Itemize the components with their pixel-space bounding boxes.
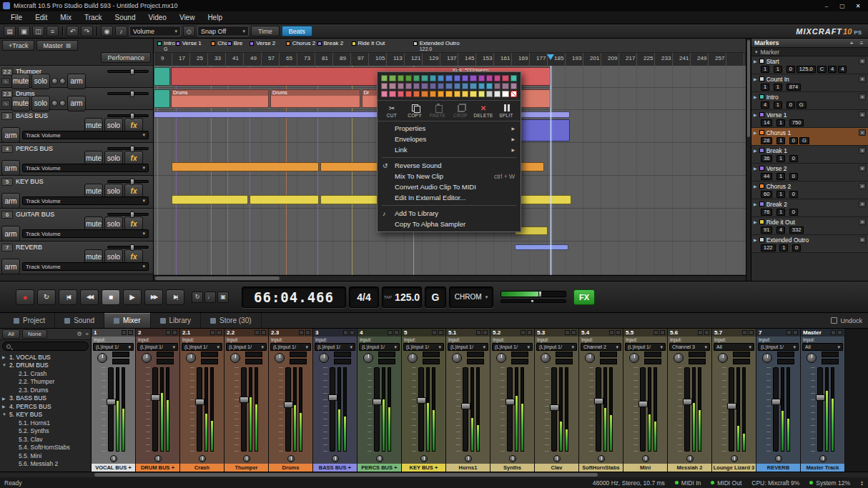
strip-menu-icon[interactable] bbox=[793, 330, 798, 335]
strip-fx-icon[interactable] bbox=[786, 330, 791, 335]
play-button[interactable]: ▶ bbox=[123, 289, 142, 305]
mixdown-icon[interactable]: ≡ bbox=[46, 26, 59, 36]
marker-row-chorus-2[interactable]: ▶Chorus 2✕60:1:0 bbox=[751, 181, 868, 199]
strip-input-select[interactable]: (L)Input 1/▾ bbox=[182, 343, 222, 351]
send-knob[interactable] bbox=[465, 455, 472, 462]
chevron-down-icon[interactable]: ▼ bbox=[2, 412, 7, 417]
strip-name[interactable]: Master Track bbox=[801, 464, 844, 472]
pan-knob[interactable] bbox=[807, 353, 817, 363]
strip-fx-icon[interactable] bbox=[432, 330, 437, 335]
tree-item-5-key-bus[interactable]: ▼5. KEY BUS bbox=[0, 411, 91, 419]
audio-settings-status[interactable]: 48000 Hz, Stereo, 10.7 ms bbox=[593, 479, 665, 487]
mixer-strip-bass-bus[interactable]: 3Input:(L)Input 1/▾BASS BUS+ bbox=[313, 329, 357, 472]
menu-sound[interactable]: Sound bbox=[109, 12, 142, 23]
strip-input-select[interactable]: (L)Input 1/▾ bbox=[448, 343, 488, 351]
color-swatch[interactable] bbox=[470, 75, 476, 81]
marker-delete-icon[interactable]: ✕ bbox=[859, 236, 866, 243]
marker-delete-icon[interactable]: ✕ bbox=[859, 94, 866, 100]
strip-input-select[interactable]: (L)Input 1/▾ bbox=[359, 343, 400, 351]
color-swatch[interactable] bbox=[389, 91, 395, 97]
mixer-strip-master-track[interactable]: MasterInput:All▾Master Track bbox=[801, 329, 845, 472]
pan-knob[interactable] bbox=[51, 100, 58, 106]
strip-menu-icon[interactable] bbox=[704, 330, 709, 335]
marker-row-start[interactable]: ▶Start✕1:1:0125.0C44 bbox=[751, 56, 868, 74]
color-swatch[interactable] bbox=[389, 75, 395, 81]
menu-view[interactable]: View bbox=[173, 12, 202, 23]
mixer-strip-drums[interactable]: 2.3Input:(L)Input 1/▾Drums bbox=[269, 329, 313, 472]
audio-clip[interactable]: Drums bbox=[270, 89, 360, 108]
strip-menu-icon[interactable] bbox=[172, 330, 177, 335]
pan-knob[interactable] bbox=[585, 353, 595, 363]
color-swatch[interactable] bbox=[421, 75, 428, 81]
color-swatch[interactable] bbox=[430, 83, 436, 89]
menu-video[interactable]: Video bbox=[142, 12, 172, 23]
tree-item-5-3-clav[interactable]: 5.3. Clav bbox=[0, 435, 91, 444]
fader-handle[interactable] bbox=[505, 399, 515, 405]
strip-menu-icon[interactable] bbox=[350, 330, 355, 335]
volume-fader[interactable] bbox=[418, 367, 424, 452]
arm-button[interactable]: arm bbox=[1, 127, 20, 143]
color-swatch[interactable] bbox=[421, 83, 428, 89]
color-swatch[interactable] bbox=[478, 75, 485, 81]
mute-button[interactable]: mute bbox=[11, 74, 30, 89]
pan-knob[interactable] bbox=[408, 353, 418, 363]
marker-menu-icon[interactable]: ≡ bbox=[858, 40, 865, 46]
volume-fader[interactable] bbox=[241, 367, 247, 452]
strip-menu-icon[interactable] bbox=[660, 330, 665, 335]
loop-playback-button[interactable]: ↻ bbox=[37, 289, 56, 305]
pan-knob[interactable] bbox=[541, 353, 551, 363]
pan-knob[interactable] bbox=[97, 353, 107, 363]
tree-item-2-3-drums[interactable]: 2.3. Drums bbox=[0, 386, 91, 394]
track-header-key-bus[interactable]: 5KEY BUSmutesolofxarmTrack Volume▾ bbox=[0, 176, 153, 209]
horizontal-scrollbar[interactable] bbox=[154, 275, 746, 281]
arm-button[interactable]: arm bbox=[67, 96, 86, 111]
timeline-marker-verse-1[interactable]: Verse 1 bbox=[176, 40, 202, 46]
marker-delete-icon[interactable]: ✕ bbox=[859, 147, 866, 154]
volume-fader[interactable] bbox=[285, 367, 291, 452]
strip-input-select[interactable]: (L)Input 1/▾ bbox=[137, 343, 178, 351]
strip-input-select[interactable]: Channel 2▾ bbox=[581, 343, 621, 351]
fader-handle[interactable] bbox=[594, 398, 603, 404]
strip-input-select[interactable]: (L)Input 1/▾ bbox=[625, 343, 666, 351]
timeline-marker-bre[interactable]: Bre bbox=[227, 40, 242, 46]
audio-clip[interactable] bbox=[515, 244, 568, 250]
playhead-marker[interactable] bbox=[547, 54, 554, 60]
maximize-icon[interactable]: ▢ bbox=[835, 1, 849, 10]
tab-mixer[interactable]: Mixer bbox=[104, 313, 150, 328]
marker-play-icon[interactable]: ▶ bbox=[754, 201, 757, 206]
color-swatch[interactable] bbox=[430, 75, 436, 81]
send-knob[interactable] bbox=[154, 455, 162, 462]
mixer-strip-reverb[interactable]: 7Input:(L)Input 1/▾REVERB bbox=[756, 329, 801, 472]
color-swatch[interactable] bbox=[494, 83, 500, 89]
strip-input-select[interactable]: All▾ bbox=[802, 343, 843, 351]
color-swatch[interactable] bbox=[454, 83, 460, 89]
audio-clip[interactable] bbox=[515, 195, 571, 204]
chevron-right-icon[interactable]: ▶ bbox=[2, 396, 7, 401]
fader-handle[interactable] bbox=[151, 394, 160, 401]
track-header-guitar-bus[interactable]: 6GUITAR BUSmutesolofxarmTrack Volume▾ bbox=[0, 209, 153, 241]
strip-input-select[interactable]: (L)Input 1/▾ bbox=[536, 343, 577, 351]
mixer-strip-thumper[interactable]: 2.2Input:(L)Input 1/▾Thumper bbox=[225, 329, 269, 472]
go-to-start-button[interactable]: |◀ bbox=[59, 289, 77, 305]
strip-input-select[interactable]: (L)Input 1/▾ bbox=[492, 343, 533, 351]
timeline-marker-extended-outro[interactable]: Extended Outro122.0 bbox=[413, 40, 460, 52]
color-swatch[interactable] bbox=[470, 91, 476, 97]
track-volume-slider[interactable] bbox=[107, 92, 149, 95]
no-color-swatch[interactable] bbox=[511, 91, 517, 97]
marker-row-count-in[interactable]: ▶Count In✕1:1:874 bbox=[751, 74, 868, 92]
strip-name[interactable]: Crash bbox=[180, 464, 224, 472]
beats-mode-button[interactable]: Beats bbox=[282, 26, 312, 36]
audio-clip[interactable] bbox=[250, 195, 319, 204]
strip-fx-icon[interactable] bbox=[742, 330, 747, 335]
color-swatch[interactable] bbox=[413, 91, 420, 97]
timeline-ruler[interactable]: IntroGVerse 1ChoBreVerse 2Chorus 2Break … bbox=[154, 39, 746, 66]
marker-delete-icon[interactable]: ✕ bbox=[859, 58, 866, 64]
minimize-icon[interactable]: – bbox=[819, 1, 834, 10]
strip-fx-icon[interactable] bbox=[388, 330, 393, 335]
color-swatch[interactable] bbox=[462, 75, 468, 81]
fader-handle[interactable] bbox=[550, 404, 559, 411]
menu-item-link[interactable]: Link▶ bbox=[378, 144, 521, 155]
marker-color-chip[interactable] bbox=[759, 59, 764, 64]
strip-input-select[interactable]: Channel 3▾ bbox=[669, 343, 710, 351]
tree-item-5-4-softhornstabs[interactable]: 5.4. SoftHornStabs bbox=[0, 444, 91, 452]
